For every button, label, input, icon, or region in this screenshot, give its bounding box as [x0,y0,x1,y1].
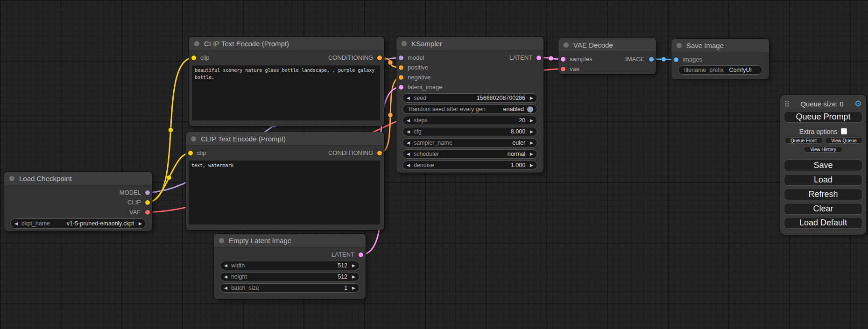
widget-width[interactable]: ◀ width 512 ▶ [220,261,360,270]
model-input-dot[interactable] [399,56,403,60]
node-title-bar[interactable]: CLIP Text Encode (Prompt) [186,132,384,146]
clear-button[interactable]: Clear [784,203,862,215]
node-vae-decode[interactable]: VAE Decode samples IMAGE vae [558,38,656,74]
negative-input-dot[interactable] [399,75,403,80]
prompt-textarea[interactable]: beautiful scenery nature glass bottle la… [192,65,380,120]
decrement-arrow-icon[interactable]: ◀ [407,141,410,145]
port-label: images [683,56,702,63]
clip-input-dot[interactable] [188,151,193,155]
queue-size-label: Queue size: 0 [790,100,854,108]
collapse-dot-icon[interactable] [677,43,682,48]
positive-input-dot[interactable] [399,65,403,70]
node-clip-text-encode-negative[interactable]: CLIP Text Encode (Prompt) clip CONDITION… [186,132,384,230]
node-title-bar[interactable]: Load Checkpoint [4,172,152,185]
images-input-dot[interactable] [674,57,678,62]
increment-arrow-icon[interactable]: ▶ [530,119,533,123]
widget-seed[interactable]: ◀ seed 156680208700286 ▶ [402,93,537,103]
extra-options-checkbox[interactable] [841,128,847,134]
increment-arrow-icon[interactable]: ▶ [139,222,142,226]
collapse-dot-icon[interactable] [564,42,569,48]
collapse-dot-icon[interactable] [194,41,199,46]
output-port-clip: CLIP [4,197,152,207]
node-title-bar[interactable]: VAE Decode [558,38,656,52]
node-title: Save Image [686,42,724,49]
increment-arrow-icon[interactable]: ▶ [352,264,355,268]
node-ksampler[interactable]: KSampler model LATENT positive negative … [396,37,543,173]
collapse-dot-icon[interactable] [9,176,14,181]
graph-canvas[interactable]: Load Checkpoint MODEL CLIP VAE ◀ ckpt [0,0,868,329]
conditioning-output-dot[interactable] [377,56,382,60]
extra-options-label: Extra options [799,128,838,135]
node-title-bar[interactable]: Empty Latent Image [214,234,366,247]
node-title-bar[interactable]: Save Image [671,39,769,52]
widget-batch-size[interactable]: ◀ batch_size 1 ▶ [220,283,360,293]
decrement-arrow-icon[interactable]: ◀ [407,96,410,100]
model-output-dot[interactable] [145,190,150,195]
widget-cfg[interactable]: ◀ cfg 8.000 ▶ [402,127,537,136]
port-label: clip [197,149,206,156]
increment-arrow-icon[interactable]: ▶ [530,96,533,100]
decrement-arrow-icon[interactable]: ◀ [224,286,227,290]
increment-arrow-icon[interactable]: ▶ [530,130,533,134]
node-title-bar[interactable]: CLIP Text Encode (Prompt) [189,37,384,50]
widget-sampler-name[interactable]: ◀ sampler_name euler ▶ [402,138,537,147]
widget-height[interactable]: ◀ height 512 ▶ [220,272,360,281]
output-port-model: MODEL [4,188,152,197]
view-history-button[interactable]: View History [804,146,843,153]
latent-output-dot[interactable] [359,252,363,257]
node-save-image[interactable]: Save Image images filename_prefix ComfyU… [671,39,769,79]
node-title: CLIP Text Encode (Prompt) [204,40,289,48]
settings-gear-icon[interactable]: ⚙ [854,99,862,108]
decrement-arrow-icon[interactable]: ◀ [407,130,410,134]
load-button[interactable]: Load [784,174,862,186]
widget-random-seed-toggle[interactable]: Random seed after every gen enabled [402,105,537,114]
widget-scheduler[interactable]: ◀ scheduler normal ▶ [402,149,537,159]
decrement-arrow-icon[interactable]: ◀ [407,152,410,156]
refresh-button[interactable]: Refresh [784,189,862,200]
node-clip-text-encode-positive[interactable]: CLIP Text Encode (Prompt) clip CONDITION… [189,37,384,126]
port-label: clip [200,54,210,61]
widget-label: ckpt_name [21,220,50,227]
decrement-arrow-icon[interactable]: ◀ [224,264,227,268]
port-label: samples [570,56,592,63]
queue-front-button[interactable]: Queue Front [784,137,823,144]
vae-input-dot[interactable] [561,67,565,71]
save-button[interactable]: Save [784,160,862,171]
view-queue-button[interactable]: View Queue [825,137,863,144]
node-load-checkpoint[interactable]: Load Checkpoint MODEL CLIP VAE ◀ ckpt [4,172,152,231]
increment-arrow-icon[interactable]: ▶ [352,275,355,279]
decrement-arrow-icon[interactable]: ◀ [14,222,18,226]
panel-drag-handle-icon[interactable] [784,100,790,107]
node-title-bar[interactable]: KSampler [396,37,543,50]
clip-input-dot[interactable] [191,56,196,60]
latent-image-input-dot[interactable] [399,85,403,90]
vae-output-dot[interactable] [145,210,150,215]
widget-steps[interactable]: ◀ steps 20 ▶ [402,116,537,125]
output-port-vae: VAE [4,207,152,217]
toggle-indicator[interactable] [527,106,533,112]
load-default-button[interactable]: Load Default [784,217,862,229]
node-title: CLIP Text Encode (Prompt) [201,135,286,143]
widget-filename-prefix[interactable]: filename_prefix ComfyUI [678,65,762,75]
increment-arrow-icon[interactable]: ▶ [530,141,533,145]
collapse-dot-icon[interactable] [219,238,224,243]
queue-prompt-button[interactable]: Queue Prompt [784,111,862,123]
decrement-arrow-icon[interactable]: ◀ [407,119,410,123]
increment-arrow-icon[interactable]: ▶ [530,152,533,156]
increment-arrow-icon[interactable]: ▶ [530,163,533,168]
increment-arrow-icon[interactable]: ▶ [352,286,355,290]
port-label: IMAGE [625,56,645,63]
node-empty-latent-image[interactable]: Empty Latent Image LATENT ◀ width 512 ▶ … [214,234,366,299]
collapse-dot-icon[interactable] [191,136,196,141]
decrement-arrow-icon[interactable]: ◀ [224,275,227,279]
image-output-dot[interactable] [649,57,654,62]
clip-output-dot[interactable] [145,200,150,205]
latent-output-dot[interactable] [536,56,541,60]
prompt-textarea[interactable]: text, watermark [189,161,380,224]
samples-input-dot[interactable] [561,57,565,62]
conditioning-output-dot[interactable] [377,151,382,155]
widget-ckpt-name[interactable]: ◀ ckpt_name v1-5-pruned-emaonly.ckpt ▶ [10,218,146,229]
decrement-arrow-icon[interactable]: ◀ [407,163,410,168]
widget-denoise[interactable]: ◀ denoise 1.000 ▶ [402,161,537,170]
collapse-dot-icon[interactable] [402,41,407,46]
